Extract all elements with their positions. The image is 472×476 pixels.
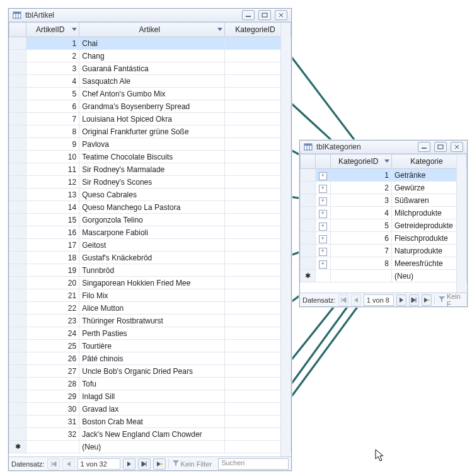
table-row[interactable]: 5Chef Anton's Gumbo Mix2 — [9, 88, 291, 100]
cell-artikel[interactable]: Queso Cabrales — [79, 189, 225, 201]
cell-artikel[interactable]: Singaporean Hokkien Fried Mee — [79, 277, 225, 289]
table-row[interactable]: 30Gravad lax8 — [9, 403, 291, 415]
table-row[interactable]: 13Queso Cabrales4 — [9, 189, 291, 201]
table-row[interactable]: +2Gewürze — [301, 182, 467, 194]
chevron-down-icon[interactable] — [217, 26, 223, 33]
cell-artikelid[interactable]: 5 — [26, 88, 79, 100]
datasheet-body[interactable]: ArtikelID Artikel KategorieID 1Chai12Cha… — [9, 22, 291, 456]
table-row[interactable]: 15Gorgonzola Telino4 — [9, 214, 291, 226]
cell-kategorieid[interactable]: 8 — [330, 257, 391, 270]
cell-artikelid[interactable]: 9 — [26, 138, 79, 151]
row-selector[interactable] — [9, 138, 26, 151]
table-row[interactable]: 19Tunnbröd5 — [9, 264, 291, 277]
cell-artikelid[interactable]: 18 — [26, 252, 79, 264]
table-row[interactable]: 23Thüringer Rostbratwurst6 — [9, 315, 291, 327]
row-selector[interactable] — [9, 62, 26, 75]
row-selector[interactable] — [301, 232, 316, 245]
row-selector[interactable] — [9, 37, 26, 50]
cell-artikelid[interactable]: 15 — [26, 214, 79, 226]
cell-artikel[interactable]: Thüringer Rostbratwurst — [79, 315, 225, 327]
row-selector[interactable] — [301, 257, 316, 270]
expand-button-cell[interactable]: + — [315, 207, 330, 219]
plus-icon[interactable]: + — [319, 260, 327, 269]
cell-artikel[interactable]: Pavlova — [79, 138, 225, 151]
recordnav-position[interactable]: 1 von 8 — [364, 294, 394, 306]
nav-prev-button[interactable] — [351, 294, 361, 306]
table-row[interactable]: 27Uncle Bob's Organic Dried Pears7 — [9, 365, 291, 378]
nav-first-button[interactable] — [47, 458, 60, 470]
row-selector[interactable] — [301, 219, 316, 232]
cell-kategorie[interactable]: Milchprodukte — [391, 207, 466, 219]
titlebar[interactable]: tblArtikel — [9, 9, 291, 22]
table-row[interactable]: 22Alice Mutton6 — [9, 302, 291, 315]
new-row-label[interactable]: (Neu) — [79, 441, 225, 453]
row-selector[interactable] — [9, 277, 26, 289]
cell-artikelid[interactable]: 21 — [26, 289, 79, 302]
filter-indicator[interactable]: Kein F — [434, 295, 464, 305]
table-row[interactable]: 32Jack's New England Clam Chowder8 — [9, 428, 291, 441]
cell-kategorie[interactable]: Gewürze — [391, 182, 466, 194]
cell-artikelid[interactable]: 10 — [26, 151, 79, 163]
nav-last-button[interactable] — [138, 458, 151, 470]
cell-artikel[interactable]: Queso Manchego La Pastora — [79, 201, 225, 214]
cell-artikel[interactable]: Boston Crab Meat — [79, 415, 225, 428]
row-selector[interactable] — [9, 214, 26, 226]
cell-artikelid[interactable]: 4 — [26, 75, 79, 88]
cell-artikelid[interactable]: 1 — [26, 37, 79, 50]
table-row[interactable]: +3Süßwaren — [301, 194, 467, 207]
row-selector[interactable] — [9, 415, 26, 428]
cell-kategorieid[interactable]: 1 — [330, 169, 391, 182]
cell-artikel[interactable]: Inlagd Sill — [79, 390, 225, 403]
row-selector[interactable] — [9, 264, 26, 277]
table-row[interactable]: 31Boston Crab Meat8 — [9, 415, 291, 428]
row-selector[interactable] — [301, 182, 316, 194]
cell-artikel[interactable]: Gustaf's Knäckebröd — [79, 252, 225, 264]
cell-artikelid[interactable]: 12 — [26, 176, 79, 189]
table-row[interactable]: 25Tourtière6 — [9, 340, 291, 352]
cell-artikel[interactable]: Teatime Chocolate Biscuits — [79, 151, 225, 163]
vertical-scrollbar[interactable] — [456, 154, 466, 293]
row-selector[interactable] — [301, 169, 316, 182]
plus-icon[interactable]: + — [319, 197, 327, 206]
cell-artikelid[interactable]: 16 — [26, 226, 79, 239]
expand-button-cell[interactable]: + — [315, 232, 330, 245]
select-all-corner[interactable] — [301, 154, 316, 169]
cell-kategorie[interactable]: Getreideprodukte — [391, 219, 466, 232]
cell-artikelid[interactable]: 25 — [26, 340, 79, 352]
new-row[interactable]: ✱(Neu) — [301, 270, 467, 282]
table-row[interactable]: +4Milchprodukte — [301, 207, 467, 219]
maximize-button[interactable] — [434, 142, 447, 152]
table-row[interactable]: 12Sir Rodney's Scones3 — [9, 176, 291, 189]
row-selector[interactable] — [9, 239, 26, 252]
expand-button-cell[interactable]: + — [315, 194, 330, 207]
table-row[interactable]: 11Sir Rodney's Marmalade3 — [9, 163, 291, 176]
cell-artikelid[interactable]: 6 — [26, 100, 79, 113]
table-row[interactable]: 26Pâté chinois6 — [9, 352, 291, 365]
select-all-corner[interactable] — [9, 23, 26, 37]
titlebar[interactable]: tblKategorien — [300, 141, 467, 154]
cell-kategorieid[interactable]: 2 — [330, 182, 391, 194]
cell-artikel[interactable]: Sir Rodney's Scones — [79, 176, 225, 189]
expand-button-cell[interactable]: + — [315, 169, 330, 182]
nav-first-button[interactable] — [338, 294, 348, 306]
cell-kategorie[interactable]: Naturprodukte — [391, 245, 466, 257]
row-selector[interactable] — [301, 207, 316, 219]
row-selector[interactable] — [9, 88, 26, 100]
row-selector[interactable] — [9, 113, 26, 125]
plus-icon[interactable]: + — [319, 223, 327, 231]
table-row[interactable]: 29Inlagd Sill8 — [9, 390, 291, 403]
row-selector[interactable] — [9, 252, 26, 264]
nav-next-button[interactable] — [396, 294, 406, 306]
cell-artikelid[interactable]: 14 — [26, 201, 79, 214]
cell-artikelid[interactable]: 11 — [26, 163, 79, 176]
row-selector[interactable] — [9, 390, 26, 403]
row-selector[interactable] — [9, 365, 26, 378]
vertical-scrollbar[interactable] — [280, 23, 291, 456]
row-selector[interactable] — [9, 151, 26, 163]
row-selector[interactable] — [9, 352, 26, 365]
expand-button-cell[interactable]: + — [315, 219, 330, 232]
row-selector[interactable] — [9, 75, 26, 88]
col-header-artikelid[interactable]: ArtikelID — [26, 23, 79, 37]
minimize-button[interactable] — [418, 142, 430, 152]
minimize-button[interactable] — [242, 10, 255, 20]
